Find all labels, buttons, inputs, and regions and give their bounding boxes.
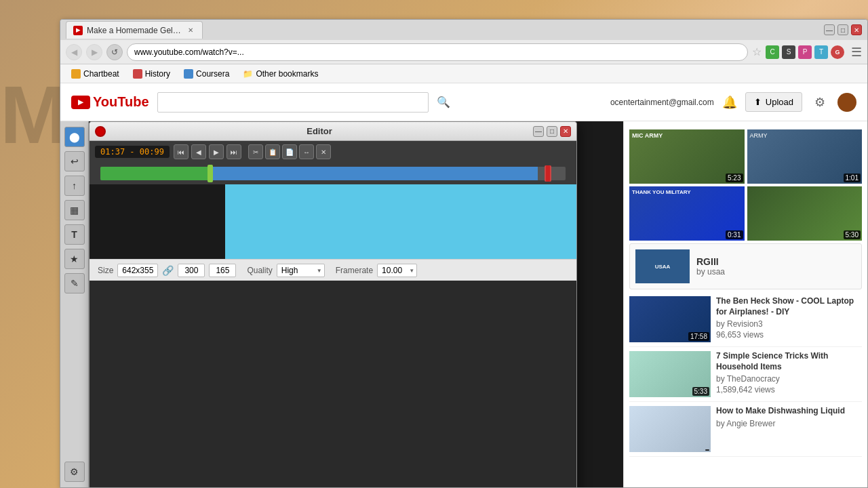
star-tool-button[interactable]: ★ [64, 249, 85, 269]
video-frame [90, 281, 576, 487]
editor-timebar: 01:37 - 00:99 ⏮ ◀ ▶ ⏭ ✂ 📋 [90, 141, 576, 163]
bookmark-item-other[interactable]: 📁 Other bookmarks [237, 68, 323, 80]
bookmark-favicon-coursera [184, 69, 193, 79]
minimize-button[interactable]: — [824, 24, 835, 35]
sidebar-video-3[interactable]: How to Make Dishwashing Liquid by Angie … [629, 402, 862, 457]
settings-icon[interactable]: ⚙ [810, 93, 829, 112]
forward-button[interactable]: ▶ [86, 44, 102, 60]
sidebar-video-1[interactable]: 17:58 The Ben Heck Show - COOL Laptop fo… [629, 292, 862, 347]
height1-value[interactable]: 300 [178, 264, 205, 277]
image-tool-button[interactable]: ▦ [64, 200, 85, 220]
bookmark-label-chartbeat: Chartbeat [83, 69, 119, 79]
sponsor-thumbnail: USAA [635, 249, 690, 283]
user-avatar[interactable] [837, 93, 856, 112]
back-button[interactable]: ◀ [66, 44, 82, 60]
sidebar-thumb-1: 17:58 [629, 296, 711, 342]
up-tool-button[interactable]: ↑ [64, 176, 85, 196]
sidebar-title-2: 7 Simple Science Tricks With Household I… [716, 351, 862, 372]
timeline-bar[interactable] [100, 167, 566, 180]
editor-maximize-button[interactable]: □ [547, 126, 557, 137]
sidebar-large-thumbs: MIC ARMY 5:23 ARMY 1:01 THANK YOU MILITA… [629, 129, 862, 241]
tab-favicon: ▶ [73, 26, 83, 35]
close-button[interactable]: ✕ [851, 24, 862, 35]
sidebar-large-thumb-3[interactable]: THANK YOU MILITARY 0:31 [629, 186, 745, 241]
editor-toolbar-buttons: ✂ 📋 📄 ↔ ✕ [248, 144, 331, 159]
draw-tool-button[interactable]: ✎ [64, 273, 85, 293]
bookmark-star-icon[interactable]: ☆ [752, 45, 762, 58]
height2-value[interactable]: 165 [209, 264, 236, 277]
cut-button[interactable]: ✂ [248, 144, 263, 159]
maximize-button[interactable]: □ [837, 24, 848, 35]
sidebar-title-3: How to Make Dishwashing Liquid [716, 406, 862, 417]
text-tool-button[interactable]: T [64, 224, 85, 245]
thumb2-label: ARMY [747, 129, 863, 142]
skip-fwd-button[interactable]: ⏭ [226, 144, 241, 159]
browser-tab-active[interactable]: ▶ Make a Homemade Gel P... ✕ [66, 21, 203, 39]
sidebar-title-1: The Ben Heck Show - COOL Laptop for Airp… [716, 296, 862, 317]
ext-icon-4[interactable]: T [814, 45, 828, 59]
framerate-select[interactable]: 10.00 15.00 24.00 30.00 [377, 264, 417, 277]
notification-bell-icon[interactable]: 🔔 [722, 95, 737, 110]
ext-icon-5[interactable]: G [831, 45, 844, 59]
sidebar-duration-3 [705, 449, 709, 451]
youtube-main: ⬤ ↩ ↑ ▦ T ★ ✎ ⚙ [60, 121, 867, 487]
youtube-logo[interactable]: ▶ YouTube [71, 94, 149, 110]
quality-setting-group: Quality High Medium Low [247, 264, 324, 277]
play-button[interactable]: ▶ [209, 144, 224, 159]
paste-button[interactable]: 📄 [282, 144, 297, 159]
editor-window-controls: — □ ✕ [533, 126, 571, 137]
youtube-search-input[interactable] [157, 92, 429, 113]
sidebar-thumb-3 [629, 406, 711, 452]
skip-back-button[interactable]: ⏮ [174, 144, 189, 159]
sidebar-large-thumb-4[interactable]: 5:30 [747, 186, 863, 241]
editor-close-button[interactable]: ✕ [560, 126, 571, 137]
timeline-end-marker[interactable] [545, 165, 551, 182]
bookmark-favicon-history [133, 69, 142, 79]
bookmark-label-other-text: Other bookmarks [256, 69, 318, 79]
thumb4-label [747, 186, 863, 192]
sponsor-info: RGIII by usaa [696, 256, 725, 277]
sidebar-video-2[interactable]: 5:33 7 Simple Science Tricks With Househ… [629, 347, 862, 402]
ext-icon-1[interactable]: C [766, 45, 779, 59]
upload-icon: ⬆ [754, 97, 762, 107]
preview-main-panel [225, 184, 576, 259]
search-icon[interactable]: 🔍 [437, 96, 450, 108]
timeline-handle[interactable] [208, 165, 213, 182]
refresh-button[interactable]: ↺ [106, 44, 123, 60]
quality-select[interactable]: High Medium Low [277, 264, 325, 277]
framerate-select-wrapper: 10.00 15.00 24.00 30.00 [377, 264, 417, 277]
sidebar-by-2: by TheDanocracy [716, 374, 862, 384]
back-frame-button[interactable]: ◀ [191, 144, 206, 159]
sponsor-logo: USAA [655, 264, 671, 270]
bookmark-item-history[interactable]: History [127, 68, 176, 80]
bookmark-label-other: 📁 [243, 69, 253, 79]
sidebar-by-3: by Angie Brewer [716, 419, 862, 428]
record-tool-button[interactable]: ⬤ [64, 127, 85, 147]
copy-button[interactable]: 📋 [265, 144, 280, 159]
youtube-sidebar: MIC ARMY 5:23 ARMY 1:01 THANK YOU MILITA… [623, 121, 867, 487]
browser-window: ▶ Make a Homemade Gel P... ✕ — □ ✕ ◀ ▶ ↺… [60, 19, 868, 488]
ext-icon-2[interactable]: S [782, 45, 795, 59]
bookmark-item-coursera[interactable]: Coursera [178, 68, 235, 80]
sidebar-large-thumb-1[interactable]: MIC ARMY 5:23 [629, 129, 745, 184]
address-bar[interactable] [127, 43, 748, 61]
upload-button[interactable]: ⬆ Upload [745, 92, 802, 112]
youtube-page: ▶ YouTube 🔍 ocentertainment@gmail.com 🔔 … [60, 83, 867, 487]
delete-button[interactable]: ✕ [316, 144, 331, 159]
preview-left-panel [90, 184, 225, 259]
ext-icon-3[interactable]: P [798, 45, 812, 59]
editor-minimize-button[interactable]: — [533, 126, 544, 137]
thumb3-duration: 0:31 [726, 230, 743, 239]
bookmark-label-coursera: Coursera [196, 69, 229, 79]
sidebar-duration-1: 17:58 [688, 332, 709, 341]
settings-tool-button[interactable]: ⚙ [64, 462, 85, 482]
tab-title: Make a Homemade Gel P... [87, 26, 182, 35]
sidebar-info-2: 7 Simple Science Tricks With Household I… [716, 351, 862, 397]
bookmark-item-chartbeat[interactable]: Chartbeat [66, 68, 125, 80]
sidebar-large-thumb-2[interactable]: ARMY 1:01 [747, 129, 863, 184]
tab-close-button[interactable]: ✕ [186, 26, 195, 35]
browser-menu-button[interactable]: ☰ [851, 45, 862, 60]
sidebar-sponsor-card[interactable]: USAA RGIII by usaa [629, 243, 862, 289]
undo-tool-button[interactable]: ↩ [64, 151, 85, 171]
fit-button[interactable]: ↔ [299, 144, 314, 159]
